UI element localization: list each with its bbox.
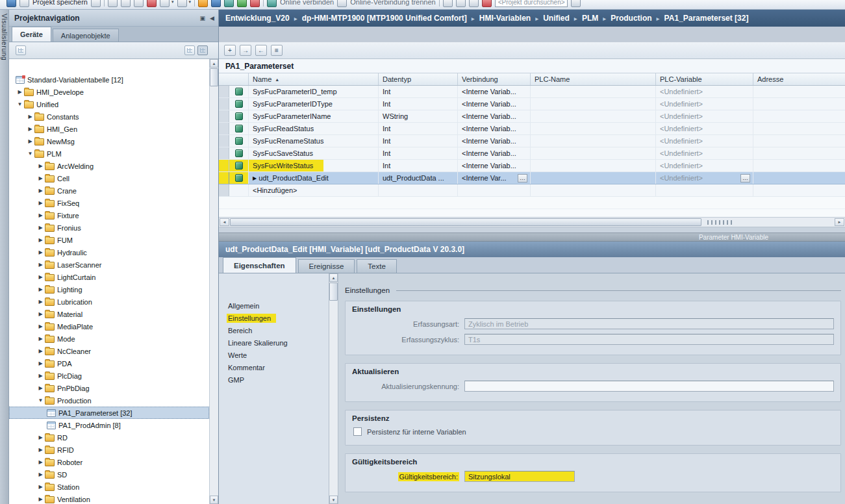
cell-datentyp[interactable]: WString (379, 110, 458, 122)
expand-arrow-icon[interactable]: ▼ (16, 101, 24, 107)
expand-arrow-icon[interactable]: ▶ (36, 299, 45, 305)
breadcrumb-item[interactable]: HMI-Variablen (467, 14, 531, 23)
tree-item[interactable]: ▼ Unified (9, 98, 209, 110)
tree-item[interactable]: ▶ Material (9, 308, 209, 320)
tree-item[interactable]: ▶ LightCurtain (9, 271, 209, 283)
save-project-label[interactable]: Projekt speichern (32, 0, 88, 6)
expand-arrow-icon[interactable] (253, 175, 257, 181)
go-online-button[interactable]: Online verbinden (280, 0, 334, 6)
persistence-checkbox[interactable] (353, 427, 362, 436)
table-row[interactable]: SysFucSaveStatus Int <Interne Variab... … (219, 147, 845, 160)
cell-adresse[interactable] (753, 160, 845, 171)
table-row[interactable]: SysFucRenameStatus Int <Interne Variab..… (219, 135, 845, 147)
column-split-grip[interactable] (707, 220, 732, 225)
scope-input[interactable]: Sitzungslokal (464, 471, 575, 482)
tree-item[interactable]: ▶ HMI_Develope (9, 86, 209, 98)
field-input[interactable]: T1s (464, 334, 834, 345)
breadcrumb-item[interactable]: PLM (570, 14, 598, 23)
import-icon[interactable]: ← (255, 45, 267, 56)
expand-arrow-icon[interactable]: ▶ (26, 138, 34, 144)
scroll-up-button[interactable] (329, 273, 338, 282)
collapse-panel-icon[interactable]: ◀ (210, 15, 214, 21)
properties-nav-item[interactable]: Bereich (219, 324, 329, 336)
portal-icon[interactable] (6, 0, 16, 7)
cell-plc-name[interactable] (531, 172, 656, 184)
navigation-tab[interactable]: Anlagenobjekte (53, 29, 119, 42)
expand-arrow-icon[interactable]: ▶ (36, 262, 45, 268)
expand-arrow-icon[interactable]: ▶ (36, 274, 45, 280)
window-layout-icon[interactable] (469, 0, 479, 7)
print-icon[interactable] (91, 0, 101, 7)
tree-item[interactable]: PA1_ProdAdmin [8] (9, 419, 209, 431)
tree-item[interactable]: ▶ NewMsg (9, 135, 209, 147)
tree-item[interactable]: PA1_Parameterset [32] (9, 407, 209, 419)
properties-tab[interactable]: Texte (357, 259, 397, 273)
scroll-right-button[interactable] (835, 218, 844, 226)
cell-verbindung[interactable]: <Interne Variab... … (458, 110, 531, 122)
search-options-icon[interactable] (571, 0, 581, 7)
expand-arrow-icon[interactable]: ▶ (36, 360, 45, 366)
table-row[interactable]: SysFucWriteStatus Int <Interne Variab...… (219, 160, 845, 172)
cell-name[interactable]: SysFucWriteStatus (249, 160, 379, 171)
cell-plc-name[interactable] (531, 110, 656, 122)
cell-plc-variable[interactable]: <Undefiniert> … (656, 86, 753, 97)
expand-arrow-icon[interactable]: ▶ (36, 237, 45, 243)
expand-arrow-icon[interactable]: ▶ (36, 286, 45, 292)
column-header-plc-name[interactable]: PLC-Name (531, 73, 656, 85)
cell-name[interactable]: SysFucParameterIDType (249, 98, 379, 110)
expand-arrow-icon[interactable]: ▶ (36, 459, 45, 465)
expand-arrow-icon[interactable]: ▶ (36, 472, 45, 477)
cell-name[interactable]: SysFucSaveStatus (249, 147, 379, 159)
scroll-left-button[interactable] (220, 218, 229, 226)
tree-item[interactable]: ▶ Lubrication (9, 296, 209, 308)
breadcrumb-item[interactable]: Production (598, 14, 651, 23)
paste-icon[interactable] (134, 0, 144, 7)
undo-icon[interactable] (160, 0, 170, 7)
stop-icon[interactable] (250, 0, 260, 7)
split-editor-icon[interactable] (456, 0, 466, 7)
cell-plc-variable[interactable]: <Undefiniert> … (656, 147, 753, 159)
expand-arrow-icon[interactable]: ▶ (36, 348, 45, 354)
details-view-icon[interactable] (197, 45, 208, 55)
properties-nav-item[interactable]: Kommentar (219, 361, 329, 373)
diagnostics-icon[interactable] (443, 0, 453, 7)
tree-item[interactable]: ▶ Cell (9, 172, 209, 184)
table-row[interactable]: SysFucParameterID_temp Int <Interne Vari… (219, 86, 845, 98)
expand-arrow-icon[interactable]: ▶ (36, 385, 45, 391)
expand-arrow-icon[interactable]: ▶ (36, 175, 45, 181)
expand-arrow-icon[interactable]: ▶ (36, 484, 45, 490)
cell-adresse[interactable] (753, 123, 845, 134)
row-grip[interactable] (219, 98, 229, 110)
expand-arrow-icon[interactable]: ▶ (16, 89, 24, 95)
float-panel-icon[interactable]: ▣ (200, 15, 206, 21)
tree-item[interactable]: ▶ NcCleaner (9, 345, 209, 357)
cell-verbindung[interactable]: <Interne Variab... … (458, 135, 531, 147)
row-grip[interactable] (219, 135, 229, 147)
cell-plc-variable[interactable]: <Undefiniert> … (656, 172, 753, 184)
cell-adresse[interactable] (753, 147, 845, 159)
cell-verbindung[interactable]: <Interne Var... … (458, 172, 531, 184)
breadcrumb-item[interactable]: Entwicklung_V20 (225, 14, 290, 23)
properties-scrollbar[interactable] (329, 273, 338, 504)
export-icon[interactable]: → (240, 45, 251, 56)
tree-scrollbar[interactable] (209, 59, 218, 504)
cell-adresse[interactable] (753, 86, 845, 97)
expand-arrow-icon[interactable]: ▶ (36, 188, 45, 194)
redo-icon[interactable] (177, 0, 187, 7)
expand-arrow-icon[interactable]: ▶ (36, 336, 45, 342)
tree-item[interactable]: ▶ Fixture (9, 209, 209, 221)
tree-item[interactable]: ▶ FUM (9, 234, 209, 246)
scroll-down-button[interactable] (210, 496, 218, 504)
undo-dropdown-icon[interactable]: ▾ (171, 0, 174, 5)
cell-plc-variable[interactable]: <Undefiniert> … (656, 135, 753, 147)
expand-arrow-icon[interactable]: ▼ (26, 151, 34, 157)
layout-options-icon[interactable]: ≡ (271, 45, 283, 56)
cell-verbindung[interactable]: <Interne Variab... … (458, 86, 531, 97)
cell-plc-name[interactable] (531, 98, 656, 110)
navigation-tab[interactable]: Geräte (12, 27, 51, 42)
scroll-down-button[interactable] (329, 496, 338, 504)
tree-item[interactable]: ▶ FixSeq (9, 197, 209, 209)
expand-arrow-icon[interactable]: ▶ (36, 163, 45, 169)
download-to-device-icon[interactable] (211, 0, 221, 7)
cell-adresse[interactable] (753, 98, 845, 110)
